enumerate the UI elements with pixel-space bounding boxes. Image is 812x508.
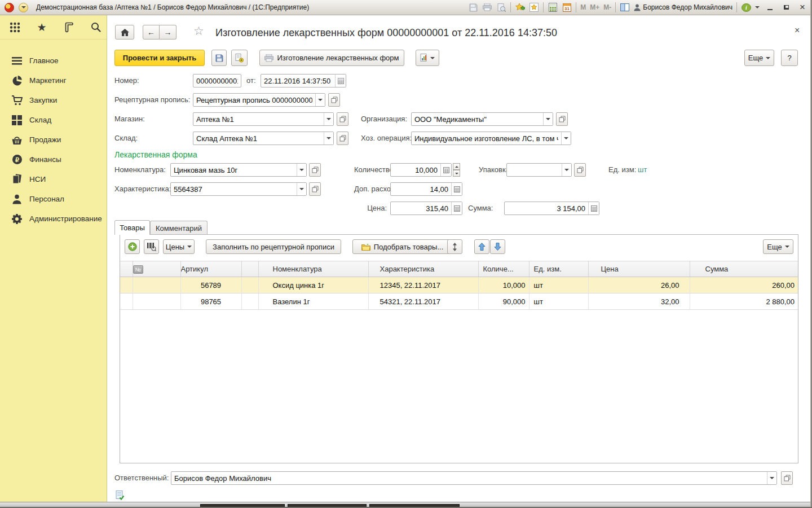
- quantity-cell[interactable]: 90,000: [478, 294, 529, 310]
- sum-cell[interactable]: 260,00: [690, 277, 798, 294]
- create-based-on-button[interactable]: [231, 50, 248, 66]
- column-header-articul[interactable]: Артикул: [180, 261, 241, 277]
- warehouse-open-icon[interactable]: [337, 132, 348, 145]
- quantity-calc-icon[interactable]: [440, 164, 451, 176]
- info-dropdown-icon[interactable]: [755, 6, 760, 8]
- favorite-star-icon[interactable]: ☆: [193, 24, 204, 38]
- save-icon[interactable]: [468, 2, 478, 12]
- sidebar-item-purchases[interactable]: Закупки: [0, 90, 107, 110]
- nomenclature-cell[interactable]: Вазелин 1г: [258, 294, 368, 310]
- print-form-button[interactable]: Изготовление лекарственных форм: [259, 50, 404, 66]
- price-calc-icon[interactable]: [451, 202, 462, 214]
- memory-plus-button[interactable]: M+: [590, 3, 599, 11]
- column-header-blank[interactable]: [241, 261, 258, 277]
- sum-input[interactable]: [505, 202, 588, 214]
- change-row-order-button[interactable]: [447, 239, 462, 254]
- stepper-up-icon[interactable]: [453, 163, 460, 170]
- quantity-stepper[interactable]: [453, 163, 460, 177]
- characteristic-dropdown-icon[interactable]: [297, 183, 306, 195]
- shop-dropdown-icon[interactable]: [324, 113, 333, 125]
- unit-cell[interactable]: шт: [529, 277, 588, 294]
- print-icon[interactable]: [482, 2, 492, 12]
- recipe-dropdown-icon[interactable]: [315, 94, 325, 106]
- memory-recall-button[interactable]: M: [580, 3, 586, 11]
- split-window-icon[interactable]: [620, 2, 630, 12]
- save-document-button[interactable]: [211, 50, 227, 66]
- package-dropdown-icon[interactable]: [562, 164, 571, 176]
- responsible-input[interactable]: [171, 472, 767, 484]
- restore-button[interactable]: [780, 2, 792, 12]
- sidebar-item-warehouse[interactable]: Склад: [0, 110, 107, 130]
- sidebar-item-personnel[interactable]: Персонал: [0, 189, 107, 209]
- goods-more-button[interactable]: Еще: [763, 239, 793, 254]
- responsible-open-icon[interactable]: [781, 471, 793, 485]
- add-to-favorites-icon[interactable]: [515, 2, 525, 12]
- characteristic-open-icon[interactable]: [309, 182, 321, 196]
- operation-input[interactable]: [412, 132, 561, 144]
- column-header-unit[interactable]: Ед. изм.: [529, 261, 588, 277]
- post-and-close-button[interactable]: Провести и закрыть: [114, 50, 205, 66]
- date-calendar-icon[interactable]: [335, 75, 346, 87]
- column-header-characteristic[interactable]: Характеристика: [368, 261, 478, 277]
- add-row-button[interactable]: [125, 239, 140, 254]
- number-input[interactable]: [193, 75, 241, 87]
- sidebar-item-finance[interactable]: ₽ Финансы: [0, 150, 107, 169]
- move-row-down-button[interactable]: [490, 239, 505, 254]
- nomenclature-open-icon[interactable]: [309, 163, 321, 177]
- shop-input[interactable]: [193, 113, 324, 125]
- column-header-nomenclature[interactable]: Номенклатура: [258, 261, 368, 277]
- sidebar-item-administration[interactable]: Администрирование: [0, 209, 107, 229]
- barcode-search-button[interactable]: [144, 239, 159, 254]
- column-header-marker[interactable]: [120, 261, 133, 277]
- help-button[interactable]: ?: [781, 50, 798, 66]
- fill-by-recipe-button[interactable]: Заполнить по рецептурной прописи: [206, 239, 341, 254]
- favorites-icon[interactable]: [529, 2, 539, 12]
- extra-costs-calc-icon[interactable]: [451, 183, 462, 195]
- price-cell[interactable]: 32,00: [588, 294, 690, 310]
- extra-costs-input[interactable]: [391, 183, 451, 195]
- current-user[interactable]: Борисов Федор Михайлович: [634, 3, 732, 11]
- row-number-cell[interactable]: [133, 294, 180, 310]
- characteristic-cell[interactable]: 12345, 22.11.2017: [368, 277, 478, 294]
- minimize-button[interactable]: [764, 2, 776, 12]
- sum-cell[interactable]: 2 880,00: [690, 294, 798, 310]
- main-menu-dropdown[interactable]: [19, 3, 28, 12]
- warehouse-input[interactable]: [193, 132, 324, 144]
- blank-cell[interactable]: [241, 277, 258, 294]
- org-open-icon[interactable]: [556, 112, 568, 126]
- recipe-open-icon[interactable]: [328, 93, 340, 107]
- row-marker-cell[interactable]: [120, 294, 133, 310]
- package-input[interactable]: [507, 164, 562, 176]
- package-open-icon[interactable]: [574, 163, 586, 177]
- warehouse-dropdown-icon[interactable]: [324, 132, 333, 144]
- recipe-input[interactable]: [193, 94, 315, 106]
- home-button[interactable]: [115, 25, 134, 40]
- characteristic-cell[interactable]: 54321, 22.11.2017: [368, 294, 478, 310]
- quantity-cell[interactable]: 10,000: [478, 277, 529, 294]
- sum-calc-icon[interactable]: [588, 202, 599, 214]
- column-header-quantity[interactable]: Количе...: [478, 261, 529, 277]
- nomenclature-cell[interactable]: Оксид цинка 1г: [258, 277, 368, 294]
- shop-open-icon[interactable]: [337, 112, 348, 126]
- sidebar-item-marketing[interactable]: Маркетинг: [0, 71, 107, 90]
- table-row[interactable]: 56789 Оксид цинка 1г 12345, 22.11.2017 1…: [120, 277, 798, 294]
- calendar-icon[interactable]: 31: [562, 2, 572, 12]
- sidebar-item-sales[interactable]: Продажи: [0, 130, 107, 150]
- org-dropdown-icon[interactable]: [543, 113, 553, 125]
- print-preview-icon[interactable]: [496, 2, 506, 12]
- column-header-price[interactable]: Цена: [588, 261, 690, 277]
- back-button[interactable]: ←: [143, 25, 160, 40]
- nomenclature-input[interactable]: [171, 164, 297, 176]
- calculator-icon[interactable]: [548, 2, 558, 12]
- sections-grid-icon[interactable]: [9, 21, 20, 33]
- close-window-button[interactable]: ×: [796, 2, 809, 12]
- memory-minus-button[interactable]: M-: [603, 3, 611, 11]
- info-icon[interactable]: i: [741, 2, 751, 12]
- tab-comment[interactable]: Комментарий: [150, 221, 208, 235]
- history-icon[interactable]: [63, 21, 74, 33]
- org-input[interactable]: [412, 113, 543, 125]
- more-button-top[interactable]: Еще: [744, 50, 774, 66]
- favorites-nav-icon[interactable]: ★: [36, 21, 47, 33]
- blank-cell[interactable]: [241, 294, 258, 310]
- search-icon[interactable]: [90, 21, 102, 33]
